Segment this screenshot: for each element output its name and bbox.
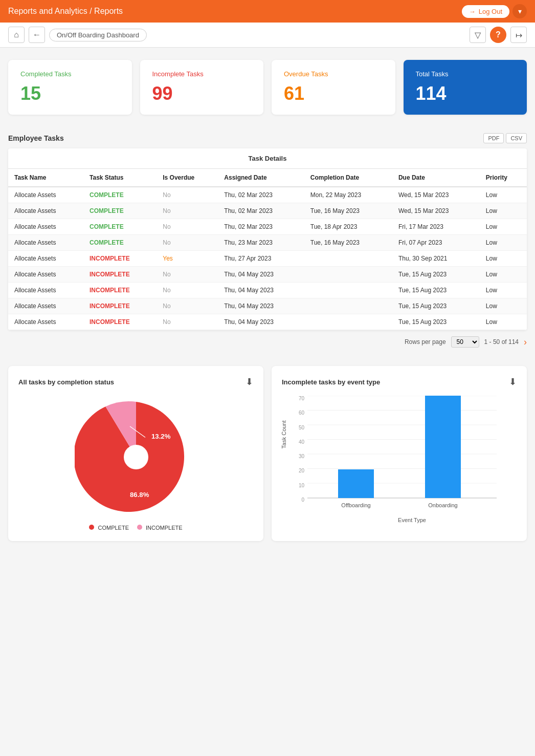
cell-due: Tue, 15 Aug 2023 bbox=[392, 298, 480, 314]
cell-status: COMPLETE bbox=[83, 203, 157, 219]
cell-assigned: Thu, 04 May 2023 bbox=[218, 267, 304, 283]
pie-chart-header: All tasks by completion status ⬇ bbox=[18, 376, 253, 387]
cell-status: COMPLETE bbox=[83, 219, 157, 235]
help-button[interactable]: ? bbox=[490, 27, 506, 43]
logout-button[interactable]: → Log Out bbox=[462, 5, 509, 18]
col-assigned-date: Assigned Date bbox=[218, 169, 304, 187]
cell-due: Thu, 30 Sep 2021 bbox=[392, 251, 480, 267]
nav-right: ▽ ? ↦ bbox=[470, 27, 527, 43]
table-row: Allocate Assets INCOMPLETE Yes Thu, 27 A… bbox=[8, 251, 527, 267]
y-label-0: 0 bbox=[301, 497, 304, 503]
bar-chart-download-button[interactable]: ⬇ bbox=[509, 376, 517, 387]
bar-chart-wrapper: 0 10 20 30 40 50 60 70 Task Count bbox=[282, 396, 517, 523]
stat-label-overdue: Overdue Tasks bbox=[284, 70, 383, 78]
cell-assigned: Thu, 02 Mar 2023 bbox=[218, 219, 304, 235]
bar-label-onboarding: Onboarding bbox=[428, 502, 458, 508]
col-completion-date: Completion Date bbox=[304, 169, 392, 187]
table-title: Task Details bbox=[8, 148, 527, 169]
table-row: Allocate Assets COMPLETE No Thu, 02 Mar … bbox=[8, 187, 527, 203]
pie-chart-card: All tasks by completion status ⬇ 13.2% 8… bbox=[8, 366, 263, 541]
cell-priority: Low bbox=[480, 251, 527, 267]
bar-chart-title: Incomplete tasks by event type bbox=[282, 378, 380, 386]
pie-chart-svg: 13.2% 86.8% bbox=[75, 396, 197, 519]
pie-chart-title: All tasks by completion status bbox=[18, 378, 114, 386]
cell-priority: Low bbox=[480, 219, 527, 235]
col-due-date: Due Date bbox=[392, 169, 480, 187]
cell-completion: Tue, 18 Apr 2023 bbox=[304, 219, 392, 235]
cell-priority: Low bbox=[480, 187, 527, 203]
cell-task-name: Allocate Assets bbox=[8, 267, 83, 283]
cell-completion bbox=[304, 283, 392, 298]
cell-completion: Tue, 16 May 2023 bbox=[304, 203, 392, 219]
cell-task-name: Allocate Assets bbox=[8, 203, 83, 219]
top-header: Reports and Analytics / Reports → Log Ou… bbox=[0, 0, 535, 23]
stats-section: Completed Tasks 15 Incomplete Tasks 99 O… bbox=[0, 48, 535, 123]
nav-bar: ⌂ ← On/Off Boarding Dashboard ▽ ? ↦ bbox=[0, 23, 535, 48]
share-button[interactable]: ↦ bbox=[510, 27, 527, 43]
bar-chart-header: Incomplete tasks by event type ⬇ bbox=[282, 376, 517, 387]
cell-assigned: Thu, 02 Mar 2023 bbox=[218, 203, 304, 219]
header-subtitle: Reports bbox=[94, 7, 123, 15]
cell-assigned: Thu, 02 Mar 2023 bbox=[218, 187, 304, 203]
pie-chart-container: 13.2% 86.8% COMPLETE INCOMPLETE bbox=[18, 396, 253, 531]
cell-due: Wed, 15 Mar 2023 bbox=[392, 187, 480, 203]
pagination: Rows per page 50 25 100 1 - 50 of 114 › bbox=[0, 330, 535, 354]
csv-export-button[interactable]: CSV bbox=[506, 133, 527, 143]
home-button[interactable]: ⌂ bbox=[8, 27, 25, 43]
cell-task-name: Allocate Assets bbox=[8, 314, 83, 330]
cell-task-name: Allocate Assets bbox=[8, 235, 83, 251]
cell-task-name: Allocate Assets bbox=[8, 298, 83, 314]
header-separator: / bbox=[90, 7, 94, 15]
cell-assigned: Thu, 27 Apr 2023 bbox=[218, 251, 304, 267]
logout-label: Log Out bbox=[479, 8, 502, 15]
cell-status: INCOMPLETE bbox=[83, 267, 157, 283]
filter-button[interactable]: ▽ bbox=[470, 27, 486, 43]
cell-status: INCOMPLETE bbox=[83, 283, 157, 298]
pie-center-circle bbox=[124, 445, 148, 469]
employee-tasks-header: Employee Tasks PDF CSV bbox=[0, 123, 535, 148]
legend-complete: COMPLETE bbox=[89, 525, 129, 531]
cell-overdue: No bbox=[157, 219, 218, 235]
pie-label-incomplete: 13.2% bbox=[151, 433, 171, 440]
y-label-40: 40 bbox=[299, 439, 304, 445]
header-dropdown-button[interactable]: ▾ bbox=[512, 4, 527, 18]
legend-incomplete-dot bbox=[137, 525, 142, 530]
cell-overdue: Yes bbox=[157, 251, 218, 267]
rows-per-page-select[interactable]: 50 25 100 bbox=[451, 336, 479, 348]
cell-priority: Low bbox=[480, 235, 527, 251]
cell-status: COMPLETE bbox=[83, 187, 157, 203]
cell-task-name: Allocate Assets bbox=[8, 283, 83, 298]
cell-overdue: No bbox=[157, 235, 218, 251]
logout-icon: → bbox=[469, 8, 476, 15]
back-button[interactable]: ← bbox=[29, 27, 45, 43]
y-label-30: 30 bbox=[299, 453, 304, 459]
stat-value-overdue: 61 bbox=[284, 83, 383, 104]
employee-tasks-title: Employee Tasks bbox=[8, 134, 64, 142]
breadcrumb-button[interactable]: On/Off Boarding Dashboard bbox=[49, 29, 147, 41]
cell-status: INCOMPLETE bbox=[83, 298, 157, 314]
cell-completion bbox=[304, 298, 392, 314]
legend-complete-label: COMPLETE bbox=[98, 525, 129, 531]
page-title: Reports and Analytics / Reports bbox=[8, 7, 123, 16]
rows-per-page-label: Rows per page bbox=[405, 338, 446, 345]
charts-section: All tasks by completion status ⬇ 13.2% 8… bbox=[0, 354, 535, 549]
pdf-export-button[interactable]: PDF bbox=[483, 133, 504, 143]
y-label-70: 70 bbox=[299, 396, 304, 401]
export-actions: PDF CSV bbox=[483, 133, 527, 143]
cell-overdue: No bbox=[157, 267, 218, 283]
share-icon: ↦ bbox=[516, 30, 522, 40]
cell-due: Fri, 07 Apr 2023 bbox=[392, 235, 480, 251]
table-row: Allocate Assets COMPLETE No Thu, 02 Mar … bbox=[8, 203, 527, 219]
cell-task-name: Allocate Assets bbox=[8, 219, 83, 235]
cell-due: Fri, 17 Mar 2023 bbox=[392, 219, 480, 235]
legend-incomplete: INCOMPLETE bbox=[137, 525, 183, 531]
stat-value-total: 114 bbox=[416, 83, 515, 104]
pie-label-complete: 86.8% bbox=[130, 491, 149, 499]
bar-offboarding bbox=[338, 469, 374, 498]
bar-chart-card: Incomplete tasks by event type ⬇ 0 10 20… bbox=[272, 366, 527, 541]
pie-chart-download-button[interactable]: ⬇ bbox=[246, 376, 253, 387]
pagination-range: 1 - 50 of 114 bbox=[484, 338, 519, 345]
col-task-status: Task Status bbox=[83, 169, 157, 187]
bar-label-offboarding: Offboarding bbox=[341, 502, 370, 508]
pagination-next-button[interactable]: › bbox=[524, 337, 527, 348]
